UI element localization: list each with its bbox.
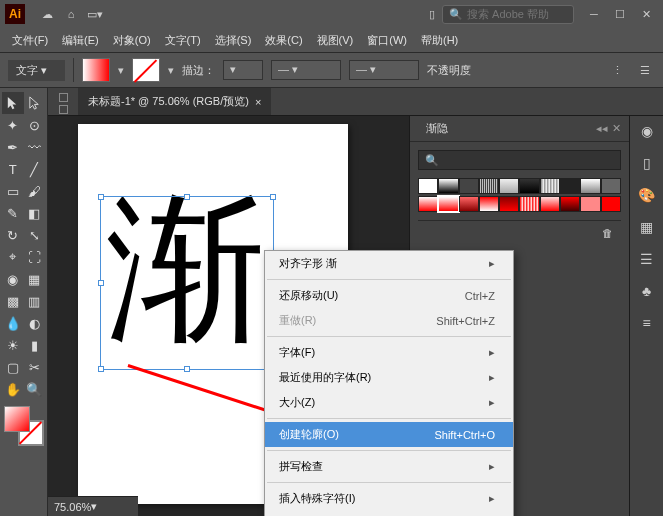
menu-window[interactable]: 窗口(W) [361, 30, 413, 51]
stroke-swatch[interactable] [132, 58, 160, 82]
mesh-tool[interactable]: ▩ [2, 290, 24, 312]
free-transform-tool[interactable]: ⛶ [24, 246, 46, 268]
hand-tool[interactable]: ✋ [2, 378, 24, 400]
menu-select[interactable]: 选择(S) [209, 30, 258, 51]
cm-align-glyph[interactable]: 对齐字形 渐▸ [265, 251, 513, 276]
maximize-button[interactable]: ☐ [608, 4, 632, 24]
cloud-icon[interactable]: ☁ [37, 4, 57, 24]
dock-properties-icon[interactable]: ◉ [636, 120, 658, 142]
cm-insert-special[interactable]: 插入特殊字符(I)▸ [265, 486, 513, 511]
shaper-tool[interactable]: ✎ [2, 202, 24, 224]
panel-menu-icon[interactable]: ☰ [635, 60, 655, 80]
handle-bl[interactable] [98, 366, 104, 372]
type-tool[interactable]: T [2, 158, 24, 180]
selection-tool[interactable] [2, 92, 24, 114]
selection-bounds [100, 196, 274, 370]
panel-collapse[interactable] [48, 89, 78, 114]
eyedropper-tool[interactable]: 💧 [2, 312, 24, 334]
symbol-tool[interactable]: ☀ [2, 334, 24, 356]
delete-swatch-icon[interactable]: 🗑 [602, 227, 613, 239]
doc-icon[interactable]: ▯ [422, 4, 442, 24]
curvature-tool[interactable]: 〰 [24, 136, 46, 158]
app-logo: Ai [5, 4, 25, 24]
menu-file[interactable]: 文件(F) [6, 30, 54, 51]
home-icon[interactable]: ⌂ [61, 4, 81, 24]
line-tool[interactable]: ╱ [24, 158, 46, 180]
menu-bar: 文件(F) 编辑(E) 对象(O) 文字(T) 选择(S) 效果(C) 视图(V… [0, 28, 663, 52]
menu-view[interactable]: 视图(V) [311, 30, 360, 51]
cm-insert-space[interactable]: 插入空白字符(W)▸ [265, 511, 513, 516]
stroke-dropdown-icon[interactable]: ▾ [168, 64, 174, 77]
right-dock: ◉ ▯ 🎨 ▦ ☰ ♣ ≡ [629, 116, 663, 516]
mode-dropdown[interactable]: 文字 ▾ [8, 60, 65, 81]
eraser-tool[interactable]: ◧ [24, 202, 46, 224]
rectangle-tool[interactable]: ▭ [2, 180, 24, 202]
toolbox: ✦⊙ ✒〰 T╱ ▭🖌 ✎◧ ↻⤡ ⌖⛶ ◉▦ ▩▥ 💧◐ ☀▮ ▢✂ ✋🔍 [0, 88, 48, 516]
menu-edit[interactable]: 编辑(E) [56, 30, 105, 51]
fill-stroke-control[interactable] [4, 406, 44, 446]
panel-tab-gradient[interactable]: 渐隐 [418, 117, 456, 140]
direct-selection-tool[interactable] [24, 92, 46, 114]
cm-spell-check[interactable]: 拼写检查▸ [265, 454, 513, 479]
cm-size[interactable]: 大小(Z)▸ [265, 390, 513, 415]
stroke-weight-field[interactable]: ▾ [223, 60, 263, 80]
context-menu: 对齐字形 渐▸ 还原移动(U)Ctrl+Z 重做(R)Shift+Ctrl+Z … [264, 250, 514, 516]
shape-builder-tool[interactable]: ◉ [2, 268, 24, 290]
artboard-tool[interactable]: ▢ [2, 356, 24, 378]
handle-bm[interactable] [184, 366, 190, 372]
panel-close-icon[interactable]: ✕ [612, 122, 621, 135]
panel-collapse-icon[interactable]: ◂◂ [596, 122, 608, 135]
brush-field[interactable]: — ▾ [349, 60, 419, 80]
handle-tr[interactable] [270, 194, 276, 200]
menu-effect[interactable]: 效果(C) [259, 30, 308, 51]
layout-icon[interactable]: ▭▾ [85, 4, 105, 24]
dock-libraries-icon[interactable]: ▯ [636, 152, 658, 174]
minimize-button[interactable]: ─ [582, 4, 606, 24]
lasso-tool[interactable]: ⊙ [24, 114, 46, 136]
swatch-row-2[interactable] [418, 196, 621, 212]
cm-redo: 重做(R)Shift+Ctrl+Z [265, 308, 513, 333]
menu-object[interactable]: 对象(O) [107, 30, 157, 51]
stroke-profile-field[interactable]: — ▾ [271, 60, 341, 80]
opacity-label: 不透明度 [427, 63, 471, 78]
search-adobe-help[interactable]: 🔍 [442, 5, 574, 24]
dock-color-icon[interactable]: 🎨 [636, 184, 658, 206]
close-tab-icon[interactable]: × [255, 96, 261, 108]
rotate-tool[interactable]: ↻ [2, 224, 24, 246]
blend-tool[interactable]: ◐ [24, 312, 46, 334]
handle-ml[interactable] [98, 280, 104, 286]
cm-undo[interactable]: 还原移动(U)Ctrl+Z [265, 283, 513, 308]
slice-tool[interactable]: ✂ [24, 356, 46, 378]
cm-recent-fonts[interactable]: 最近使用的字体(R)▸ [265, 365, 513, 390]
close-button[interactable]: ✕ [634, 4, 658, 24]
stroke-label: 描边： [182, 63, 215, 78]
cm-font[interactable]: 字体(F)▸ [265, 340, 513, 365]
document-tab[interactable]: 未标题-1* @ 75.06% (RGB/预览)× [78, 88, 271, 115]
dock-symbols-icon[interactable]: ♣ [636, 280, 658, 302]
menu-type[interactable]: 文字(T) [159, 30, 207, 51]
pen-tool[interactable]: ✒ [2, 136, 24, 158]
menu-help[interactable]: 帮助(H) [415, 30, 464, 51]
dock-swatches-icon[interactable]: ▦ [636, 216, 658, 238]
more-icon[interactable]: ⋮ [607, 60, 627, 80]
gradient-tool[interactable]: ▥ [24, 290, 46, 312]
fill-dropdown-icon[interactable]: ▾ [118, 64, 124, 77]
search-input[interactable] [467, 8, 567, 20]
perspective-tool[interactable]: ▦ [24, 268, 46, 290]
search-icon: 🔍 [449, 8, 463, 21]
cm-create-outlines[interactable]: 创建轮廓(O)Shift+Ctrl+O [265, 422, 513, 447]
zoom-tool[interactable]: 🔍 [24, 378, 46, 400]
handle-tm[interactable] [184, 194, 190, 200]
dock-brushes-icon[interactable]: ☰ [636, 248, 658, 270]
handle-tl[interactable] [98, 194, 104, 200]
dock-stroke-icon[interactable]: ≡ [636, 312, 658, 334]
scale-tool[interactable]: ⤡ [24, 224, 46, 246]
magic-wand-tool[interactable]: ✦ [2, 114, 24, 136]
status-zoom[interactable]: 75.06% ▾ [48, 496, 138, 516]
swatch-row-1[interactable] [418, 178, 621, 194]
width-tool[interactable]: ⌖ [2, 246, 24, 268]
graph-tool[interactable]: ▮ [24, 334, 46, 356]
fill-swatch[interactable] [82, 58, 110, 82]
panel-search[interactable] [418, 150, 621, 170]
paintbrush-tool[interactable]: 🖌 [24, 180, 46, 202]
